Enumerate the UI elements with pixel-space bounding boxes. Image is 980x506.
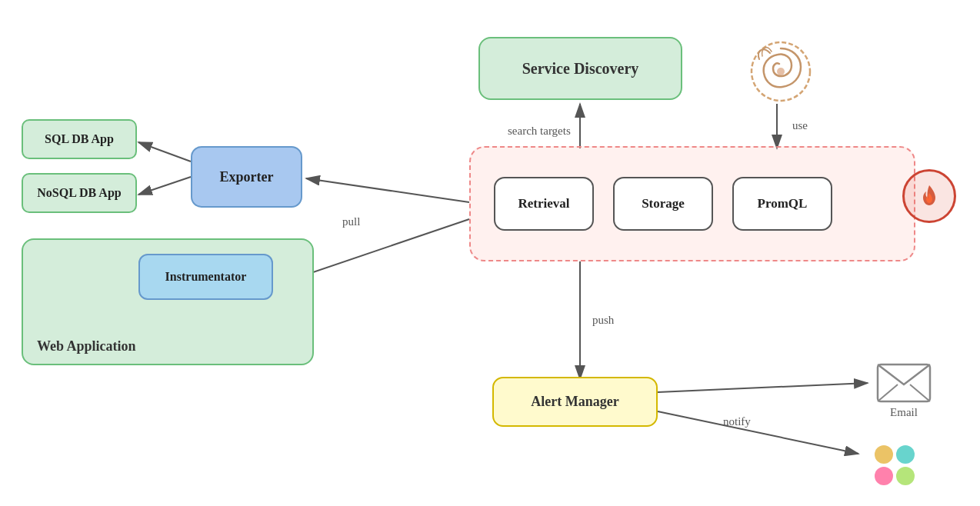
instrumentator-label: Instrumentator (165, 270, 247, 284)
svg-line-6 (138, 177, 191, 195)
prometheus-box: Retrieval Storage PromQL (469, 146, 915, 261)
nosql-db-box: NoSQL DB App (22, 173, 137, 213)
notify-label: notify (723, 415, 751, 428)
slack-icon (860, 434, 929, 496)
svg-point-19 (896, 467, 915, 485)
exporter-label: Exporter (220, 169, 274, 185)
svg-point-16 (875, 445, 893, 464)
webapp-label: Web Application (37, 338, 136, 355)
svg-line-10 (658, 411, 858, 454)
sql-db-label: SQL DB App (45, 132, 114, 146)
search-targets-label: search targets (508, 125, 571, 138)
nosql-db-label: NoSQL DB App (37, 186, 121, 200)
alert-manager-box: Alert Manager (492, 377, 658, 427)
svg-line-9 (658, 383, 868, 392)
svg-line-4 (306, 178, 469, 202)
retrieval-box: Retrieval (494, 177, 594, 231)
prometheus-icon (898, 165, 960, 227)
storage-label: Storage (642, 196, 685, 211)
pull-label: pull (342, 215, 360, 228)
promql-box: PromQL (732, 177, 832, 231)
exporter-box: Exporter (191, 146, 302, 208)
retrieval-label: Retrieval (518, 196, 569, 211)
svg-point-12 (777, 68, 785, 75)
promql-label: PromQL (758, 196, 808, 211)
svg-line-5 (138, 142, 191, 161)
alert-manager-label: Alert Manager (531, 394, 618, 410)
instrumentator-box: Instrumentator (138, 254, 273, 300)
sql-db-box: SQL DB App (22, 119, 137, 159)
diagram: Service Discovery use Retrieval Storage … (0, 0, 980, 506)
service-discovery-box: Service Discovery (478, 37, 682, 100)
service-discovery-label: Service Discovery (522, 60, 639, 78)
svg-point-17 (896, 445, 915, 464)
email-text-label: Email (890, 406, 918, 419)
email-icon: Email (869, 360, 938, 421)
svg-point-18 (875, 467, 893, 485)
push-label: push (592, 314, 614, 327)
consul-icon (746, 37, 815, 106)
use-label: use (792, 119, 808, 132)
storage-box: Storage (613, 177, 713, 231)
